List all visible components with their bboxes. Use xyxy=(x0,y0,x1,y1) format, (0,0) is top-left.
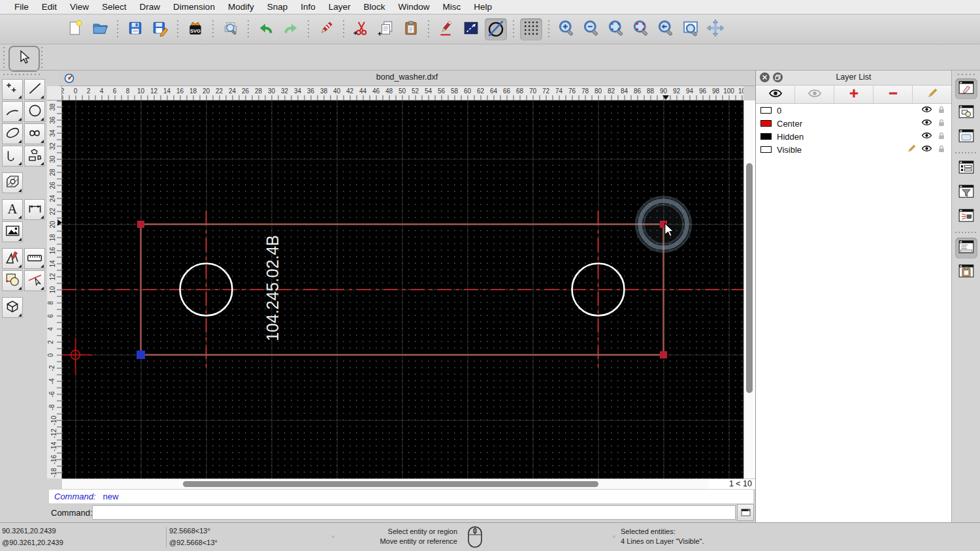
save-as-button[interactable] xyxy=(149,18,171,40)
menu-misc[interactable]: Misc xyxy=(436,0,468,14)
grid-button[interactable] xyxy=(520,18,542,40)
select-entity-tool-button[interactable] xyxy=(24,270,45,291)
copy-button[interactable] xyxy=(375,18,397,40)
layer-visibility-eye-icon[interactable] xyxy=(921,105,932,116)
menu-layer[interactable]: Layer xyxy=(322,0,357,14)
layer-visibility-eye-icon[interactable] xyxy=(921,144,932,155)
selection-handle[interactable] xyxy=(660,351,667,358)
layer-lock-icon[interactable] xyxy=(937,118,946,130)
menu-select[interactable]: Select xyxy=(95,0,133,14)
zoom-in-button[interactable] xyxy=(555,18,578,40)
layer-color-swatch[interactable] xyxy=(760,120,772,127)
layer-lock-icon[interactable] xyxy=(937,104,946,117)
layer-row-hidden[interactable]: Hidden xyxy=(756,130,951,143)
menu-edit[interactable]: Edit xyxy=(35,0,63,14)
zoom-previous-button[interactable] xyxy=(655,18,677,40)
library-browser-panel-toggle[interactable] xyxy=(955,127,977,148)
ellipse-tool-button[interactable] xyxy=(2,123,23,144)
block-tool-button[interactable] xyxy=(2,270,23,291)
circle-line-button[interactable] xyxy=(485,18,507,40)
circle-tool-button[interactable] xyxy=(24,101,45,122)
zoom-auto-button[interactable] xyxy=(605,18,627,40)
save-button[interactable] xyxy=(124,18,146,40)
image-tool-button[interactable] xyxy=(2,221,23,242)
cut-button[interactable] xyxy=(350,18,372,40)
part-number-label[interactable]: 104.245.02.4B xyxy=(263,235,282,341)
hide-all-layers-button[interactable] xyxy=(795,86,834,103)
delete-entities-button[interactable] xyxy=(315,18,337,40)
layer-color-swatch[interactable] xyxy=(760,146,772,153)
undo-button[interactable] xyxy=(255,18,277,40)
zoom-window-button[interactable] xyxy=(679,18,702,40)
line-tool-button[interactable] xyxy=(24,79,45,100)
vertical-scrollbar-thumb[interactable] xyxy=(746,163,753,393)
command-detach-button[interactable] xyxy=(737,504,754,521)
horizontal-scrollbar[interactable] xyxy=(62,479,709,489)
menu-snap[interactable]: Snap xyxy=(261,0,295,14)
drawing-entities[interactable]: 104.245.02.4B xyxy=(62,101,743,479)
remove-layer-button[interactable] xyxy=(874,86,913,103)
menu-info[interactable]: Info xyxy=(294,0,322,14)
block-list-panel-toggle[interactable] xyxy=(955,102,977,123)
paste-button[interactable] xyxy=(400,18,422,40)
polygon-tool-button[interactable] xyxy=(24,146,45,166)
text-tool-button[interactable]: A xyxy=(2,199,23,220)
attributes-pen-button[interactable] xyxy=(435,18,457,40)
layer-row-center[interactable]: Center xyxy=(756,117,951,130)
menu-file[interactable]: File xyxy=(8,0,35,14)
toolbar-handle[interactable] xyxy=(41,47,42,68)
layer-row-0[interactable]: 0 xyxy=(756,104,951,117)
vertical-scrollbar[interactable] xyxy=(743,101,755,479)
show-all-layers-button[interactable] xyxy=(756,86,795,103)
menu-block[interactable]: Block xyxy=(357,0,392,14)
drawing-canvas[interactable]: 104.245.02.4B xyxy=(62,101,743,479)
menu-draw[interactable]: Draw xyxy=(133,0,167,14)
print-preview-button[interactable] xyxy=(220,18,242,40)
command-input[interactable] xyxy=(92,505,736,520)
menu-help[interactable]: Help xyxy=(467,0,498,14)
measure-tool-button[interactable] xyxy=(24,248,45,269)
layer-color-swatch[interactable] xyxy=(760,133,772,140)
selection-handle[interactable] xyxy=(137,351,145,359)
add-layer-button[interactable] xyxy=(834,86,874,103)
palette-handle[interactable] xyxy=(3,74,41,75)
layer-color-swatch[interactable] xyxy=(760,107,772,114)
toolbar-handle[interactable] xyxy=(3,47,5,68)
cube3d-tool-button[interactable] xyxy=(2,297,23,318)
menu-modify[interactable]: Modify xyxy=(221,0,261,14)
redo-button[interactable] xyxy=(280,18,302,40)
layer-visibility-eye-icon[interactable] xyxy=(921,118,932,129)
new-file-button[interactable] xyxy=(64,18,86,40)
selection-filter-panel-toggle[interactable] xyxy=(955,182,977,203)
pen-palette-panel-toggle[interactable] xyxy=(955,78,977,99)
sidebar-handle[interactable] xyxy=(958,74,975,75)
clipboard-panel-toggle[interactable] xyxy=(955,262,977,283)
layer-row-visible[interactable]: Visible xyxy=(756,143,951,156)
layer-lock-icon[interactable] xyxy=(937,131,946,143)
horizontal-scrollbar-thumb[interactable] xyxy=(183,481,598,487)
points-tool-button[interactable] xyxy=(2,79,23,100)
zoom-pan-button[interactable] xyxy=(704,18,727,40)
dimension-tool-button[interactable] xyxy=(24,199,45,220)
command-line-panel-toggle[interactable] xyxy=(955,238,977,259)
arc-tool-button[interactable] xyxy=(2,101,23,122)
pen-wizard-panel-toggle[interactable] xyxy=(955,206,977,227)
selection-pointer-button[interactable] xyxy=(8,46,40,72)
export-svg-button[interactable]: SVG xyxy=(184,18,206,40)
document-tab-bar[interactable]: bond_washer.dxf xyxy=(59,71,755,86)
modify-tool-button[interactable] xyxy=(2,248,23,269)
layer-lock-icon[interactable] xyxy=(937,144,946,156)
menu-window[interactable]: Window xyxy=(392,0,436,14)
spline-tool-button[interactable] xyxy=(24,123,45,144)
layer-list-panel-toggle[interactable] xyxy=(955,158,977,179)
modify-layer-button[interactable] xyxy=(913,86,951,103)
hatch-tool-button[interactable] xyxy=(2,172,23,193)
menu-view[interactable]: View xyxy=(63,0,95,14)
zoom-select-button[interactable] xyxy=(630,18,652,40)
polyline-tool-button[interactable] xyxy=(2,146,23,166)
selection-handle[interactable] xyxy=(137,221,144,228)
open-file-button[interactable] xyxy=(89,18,111,40)
layer-visibility-eye-icon[interactable] xyxy=(921,131,932,142)
menu-dimension[interactable]: Dimension xyxy=(167,0,221,14)
distance-line-button[interactable] xyxy=(460,18,482,40)
